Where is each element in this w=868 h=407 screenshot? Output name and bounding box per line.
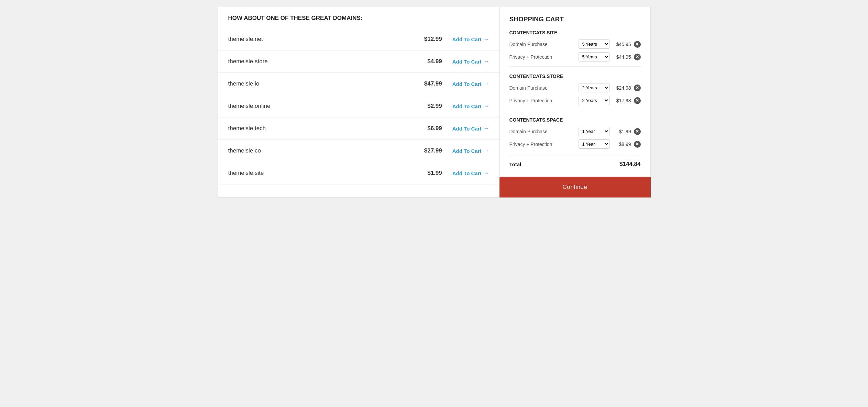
arrow-icon: → xyxy=(484,148,489,154)
domain-price: $4.99 xyxy=(415,58,442,65)
domain-row: themeisle.store$4.99Add To Cart → xyxy=(218,50,499,73)
domain-name: themeisle.store xyxy=(228,58,415,65)
cart-section-title: CONTENTCATS.SPACE xyxy=(509,117,641,123)
cart-item-right: 1 Year2 Years3 Years4 Years5 Years$1.99✕ xyxy=(579,127,641,136)
year-select[interactable]: 1 Year2 Years3 Years4 Years5 Years xyxy=(579,96,609,105)
domain-name: themeisle.net xyxy=(228,36,415,43)
add-to-cart-label: Add To Cart xyxy=(452,81,482,87)
main-container: HOW ABOUT ONE OF THESE GREAT DOMAINS: th… xyxy=(218,7,651,197)
domain-name: themeisle.io xyxy=(228,80,415,87)
cart-total-price: $144.84 xyxy=(619,161,640,168)
add-to-cart-label: Add To Cart xyxy=(452,170,482,176)
cart-item-label: Domain Purchase xyxy=(509,129,554,134)
cart-item-label: Privacy + Protection xyxy=(509,54,554,60)
remove-item-button[interactable]: ✕ xyxy=(634,97,641,104)
domain-price: $27.99 xyxy=(415,147,442,154)
cart-item-price: $45.95 xyxy=(612,42,631,47)
remove-item-button[interactable]: ✕ xyxy=(634,54,641,60)
add-to-cart-label: Add To Cart xyxy=(452,148,482,154)
cart-box: SHOPPING CART CONTENTCATS.SITEDomain Pur… xyxy=(499,7,651,176)
year-select[interactable]: 1 Year2 Years3 Years4 Years5 Years xyxy=(579,127,609,136)
remove-item-button[interactable]: ✕ xyxy=(634,128,641,135)
cart-title: SHOPPING CART xyxy=(509,15,641,23)
cart-total-row: Total $144.84 xyxy=(509,161,641,168)
arrow-icon: → xyxy=(484,170,489,176)
cart-item-label: Domain Purchase xyxy=(509,85,554,91)
domain-price: $1.99 xyxy=(415,170,442,177)
domain-row: themeisle.co$27.99Add To Cart → xyxy=(218,140,499,162)
cart-item-row: Privacy + Protection1 Year2 Years3 Years… xyxy=(509,139,641,149)
remove-item-button[interactable]: ✕ xyxy=(634,141,641,148)
add-to-cart-button[interactable]: Add To Cart → xyxy=(452,36,489,42)
cart-section: CONTENTCATS.SITEDomain Purchase1 Year2 Y… xyxy=(509,30,641,67)
arrow-icon: → xyxy=(484,58,489,65)
add-to-cart-label: Add To Cart xyxy=(452,36,482,42)
cart-section: CONTENTCATS.SPACEDomain Purchase1 Year2 … xyxy=(509,117,641,149)
add-to-cart-label: Add To Cart xyxy=(452,103,482,109)
domain-row: themeisle.tech$6.99Add To Cart → xyxy=(218,117,499,140)
cart-sections: CONTENTCATS.SITEDomain Purchase1 Year2 Y… xyxy=(509,30,641,149)
domains-list: themeisle.net$12.99Add To Cart →themeisl… xyxy=(218,28,499,184)
year-select[interactable]: 1 Year2 Years3 Years4 Years5 Years xyxy=(579,39,609,49)
domain-row: themeisle.io$47.99Add To Cart → xyxy=(218,73,499,95)
cart-item-price: $17.98 xyxy=(612,98,631,103)
add-to-cart-button[interactable]: Add To Cart → xyxy=(452,148,489,154)
domains-header: HOW ABOUT ONE OF THESE GREAT DOMAINS: xyxy=(218,7,499,28)
cart-section-title: CONTENTCATS.STORE xyxy=(509,74,641,79)
add-to-cart-button[interactable]: Add To Cart → xyxy=(452,58,489,65)
cart-item-price: $24.98 xyxy=(612,85,631,91)
cart-item-price: $1.99 xyxy=(612,129,631,134)
cart-item-right: 1 Year2 Years3 Years4 Years5 Years$8.99✕ xyxy=(579,139,641,149)
add-to-cart-label: Add To Cart xyxy=(452,126,482,132)
cart-section-title: CONTENTCATS.SITE xyxy=(509,30,641,35)
section-divider xyxy=(509,110,641,110)
cart-item-right: 1 Year2 Years3 Years4 Years5 Years$44.95… xyxy=(579,52,641,61)
domain-price: $12.99 xyxy=(415,36,442,43)
cart-section: CONTENTCATS.STOREDomain Purchase1 Year2 … xyxy=(509,74,641,110)
cart-item-label: Privacy + Protection xyxy=(509,142,554,147)
domain-price: $2.99 xyxy=(415,103,442,110)
domain-row: themeisle.site$1.99Add To Cart → xyxy=(218,162,499,184)
cart-item-row: Domain Purchase1 Year2 Years3 Years4 Yea… xyxy=(509,39,641,49)
add-to-cart-button[interactable]: Add To Cart → xyxy=(452,125,489,132)
cart-total-label: Total xyxy=(509,161,521,167)
continue-button[interactable]: Continue xyxy=(499,177,651,197)
domain-name: themeisle.online xyxy=(228,103,415,110)
domain-row: themeisle.net$12.99Add To Cart → xyxy=(218,28,499,50)
cart-panel: SHOPPING CART CONTENTCATS.SITEDomain Pur… xyxy=(499,7,651,197)
domain-price: $47.99 xyxy=(415,80,442,87)
cart-item-price: $8.99 xyxy=(612,142,631,147)
cart-item-row: Privacy + Protection1 Year2 Years3 Years… xyxy=(509,96,641,105)
domains-panel: HOW ABOUT ONE OF THESE GREAT DOMAINS: th… xyxy=(218,7,499,197)
domain-name: themeisle.tech xyxy=(228,125,415,132)
year-select[interactable]: 1 Year2 Years3 Years4 Years5 Years xyxy=(579,139,609,149)
domain-name: themeisle.co xyxy=(228,147,415,154)
add-to-cart-label: Add To Cart xyxy=(452,59,482,65)
cart-item-row: Domain Purchase1 Year2 Years3 Years4 Yea… xyxy=(509,127,641,136)
domain-name: themeisle.site xyxy=(228,170,415,177)
year-select[interactable]: 1 Year2 Years3 Years4 Years5 Years xyxy=(579,52,609,61)
cart-item-right: 1 Year2 Years3 Years4 Years5 Years$24.98… xyxy=(579,83,641,92)
domain-price: $6.99 xyxy=(415,125,442,132)
year-select[interactable]: 1 Year2 Years3 Years4 Years5 Years xyxy=(579,83,609,92)
cart-item-row: Domain Purchase1 Year2 Years3 Years4 Yea… xyxy=(509,83,641,92)
cart-item-row: Privacy + Protection1 Year2 Years3 Years… xyxy=(509,52,641,61)
cart-item-right: 1 Year2 Years3 Years4 Years5 Years$17.98… xyxy=(579,96,641,105)
remove-item-button[interactable]: ✕ xyxy=(634,41,641,48)
arrow-icon: → xyxy=(484,103,489,109)
cart-item-right: 1 Year2 Years3 Years4 Years5 Years$45.95… xyxy=(579,39,641,49)
arrow-icon: → xyxy=(484,81,489,87)
cart-divider xyxy=(509,156,641,156)
add-to-cart-button[interactable]: Add To Cart → xyxy=(452,170,489,176)
remove-item-button[interactable]: ✕ xyxy=(634,84,641,91)
section-divider xyxy=(509,66,641,67)
cart-item-label: Privacy + Protection xyxy=(509,98,554,103)
add-to-cart-button[interactable]: Add To Cart → xyxy=(452,81,489,87)
domain-row: themeisle.online$2.99Add To Cart → xyxy=(218,95,499,117)
cart-item-price: $44.95 xyxy=(612,54,631,60)
add-to-cart-button[interactable]: Add To Cart → xyxy=(452,103,489,109)
cart-item-label: Domain Purchase xyxy=(509,42,554,47)
arrow-icon: → xyxy=(484,36,489,42)
arrow-icon: → xyxy=(484,125,489,132)
